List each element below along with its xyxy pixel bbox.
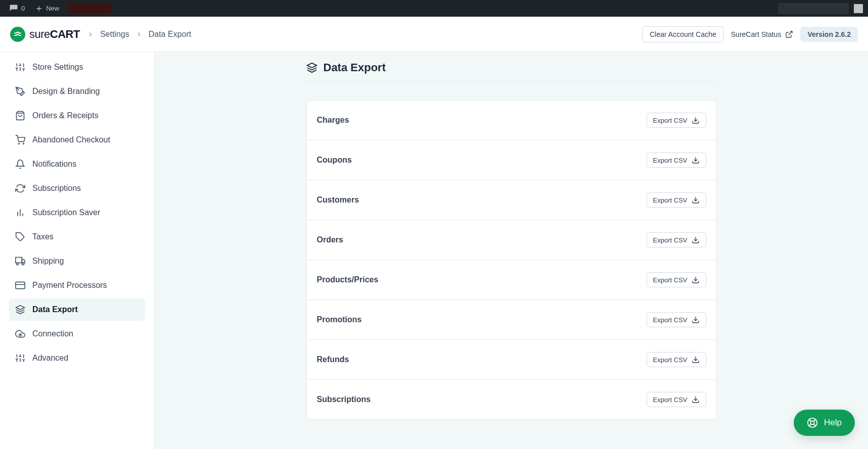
export-csv-button[interactable]: Export CSV xyxy=(647,153,706,168)
svg-point-12 xyxy=(23,143,24,144)
layers-icon xyxy=(15,305,25,315)
sidebar-item-shipping[interactable]: Shipping xyxy=(9,250,145,272)
sidebar-item-label: Subscription Saver xyxy=(32,208,100,217)
svg-line-46 xyxy=(814,420,816,422)
download-icon xyxy=(692,116,700,124)
sidebar-item-label: Payment Processors xyxy=(32,281,107,290)
export-row: SubscriptionsExport CSV xyxy=(307,380,716,419)
export-btn-label: Export CSV xyxy=(653,157,688,164)
wp-toolbar-user-redacted xyxy=(778,3,849,14)
download-icon xyxy=(692,316,700,324)
sidebar-item-label: Shipping xyxy=(32,257,64,266)
export-row: Products/PricesExport CSV xyxy=(307,260,716,300)
version-label: Version 2.6.2 xyxy=(807,30,851,38)
wp-new-link[interactable]: New xyxy=(31,0,63,17)
plus-icon xyxy=(35,5,43,13)
logo-mark-icon xyxy=(13,30,22,39)
download-icon xyxy=(692,395,700,404)
svg-point-43 xyxy=(810,421,814,424)
surecart-status-link[interactable]: SureCart Status xyxy=(731,30,794,38)
sidebar-item-taxes[interactable]: Taxes xyxy=(9,226,145,248)
svg-line-44 xyxy=(809,420,811,422)
main-content: Data Export ChargesExport CSVCouponsExpo… xyxy=(155,52,868,449)
cart-icon xyxy=(15,135,25,145)
help-label: Help xyxy=(824,418,842,428)
sidebar-item-label: Design & Branding xyxy=(32,87,100,96)
export-row-label: Products/Prices xyxy=(317,275,379,284)
export-row: PromotionsExport CSV xyxy=(307,300,716,340)
export-row: OrdersExport CSV xyxy=(307,220,716,260)
export-csv-button[interactable]: Export CSV xyxy=(647,113,706,128)
sidebar-item-label: Abandoned Checkout xyxy=(32,135,110,144)
brand-logo[interactable] xyxy=(10,27,25,42)
export-btn-label: Export CSV xyxy=(653,276,688,284)
export-csv-button[interactable]: Export CSV xyxy=(647,312,706,327)
brand-name[interactable]: sureCART xyxy=(29,28,80,41)
export-csv-button[interactable]: Export CSV xyxy=(647,192,706,208)
export-csv-button[interactable]: Export CSV xyxy=(647,352,706,367)
sidebar-item-connection[interactable]: Connection xyxy=(9,323,145,345)
clear-cache-button[interactable]: Clear Account Cache xyxy=(642,26,724,42)
breadcrumb-data-export[interactable]: Data Export xyxy=(149,30,191,39)
export-row-label: Charges xyxy=(317,116,349,125)
version-badge: Version 2.6.2 xyxy=(800,27,858,42)
wp-comments-count: 0 xyxy=(21,5,25,12)
bars-icon xyxy=(15,208,25,218)
sliders-icon xyxy=(15,62,25,72)
brand-name-bold: CART xyxy=(50,28,80,40)
sidebar-item-store-settings[interactable]: Store Settings xyxy=(9,56,145,78)
sliders-icon xyxy=(15,353,25,363)
chevron-right-icon xyxy=(135,31,143,38)
sidebar-item-subscriptions[interactable]: Subscriptions xyxy=(9,177,145,199)
download-icon xyxy=(692,156,700,164)
sidebar-item-label: Connection xyxy=(32,329,73,338)
layers-icon xyxy=(306,62,317,73)
svg-line-47 xyxy=(809,424,811,426)
clear-cache-label: Clear Account Cache xyxy=(650,30,716,38)
svg-rect-21 xyxy=(16,282,25,288)
bag-icon xyxy=(15,111,25,121)
sidebar-item-notifications[interactable]: Notifications xyxy=(9,153,145,175)
card-icon xyxy=(15,280,25,290)
export-btn-label: Export CSV xyxy=(653,356,688,364)
svg-marker-33 xyxy=(307,63,316,68)
wp-comments-link[interactable]: 0 xyxy=(5,0,29,17)
svg-rect-17 xyxy=(16,258,22,263)
export-csv-button[interactable]: Export CSV xyxy=(647,232,706,247)
sidebar-item-advanced[interactable]: Advanced xyxy=(9,347,145,369)
download-icon xyxy=(692,196,700,204)
svg-marker-18 xyxy=(22,260,25,263)
export-row-label: Promotions xyxy=(317,315,362,324)
svg-point-19 xyxy=(17,263,19,265)
download-icon xyxy=(692,276,700,284)
status-label: SureCart Status xyxy=(731,30,782,38)
export-row-label: Customers xyxy=(317,195,359,205)
sidebar-item-subscription-saver[interactable]: Subscription Saver xyxy=(9,202,145,224)
sidebar-item-label: Notifications xyxy=(32,160,76,169)
wp-avatar[interactable] xyxy=(854,4,863,13)
export-btn-label: Export CSV xyxy=(653,396,688,404)
page-title: Data Export xyxy=(324,61,386,74)
sidebar-item-abandoned-checkout[interactable]: Abandoned Checkout xyxy=(9,129,145,151)
breadcrumb-settings[interactable]: Settings xyxy=(100,30,129,39)
external-link-icon xyxy=(785,30,793,38)
export-btn-label: Export CSV xyxy=(653,316,688,324)
topbar: sureCART Settings Data Export Clear Acco… xyxy=(0,17,868,52)
cloud-icon xyxy=(15,329,25,339)
export-row-label: Refunds xyxy=(317,355,349,364)
wp-toolbar-redacted xyxy=(68,4,111,14)
export-csv-button[interactable]: Export CSV xyxy=(647,272,706,287)
help-fab[interactable]: Help xyxy=(794,410,855,436)
svg-line-0 xyxy=(789,31,792,35)
sidebar-item-payment-processors[interactable]: Payment Processors xyxy=(9,274,145,296)
export-csv-button[interactable]: Export CSV xyxy=(647,392,706,407)
export-row: ChargesExport CSV xyxy=(307,101,716,140)
sidebar-item-label: Advanced xyxy=(32,354,68,363)
sidebar-item-label: Taxes xyxy=(32,232,54,241)
comment-icon xyxy=(9,4,18,13)
wp-new-label: New xyxy=(46,5,59,12)
sidebar-item-orders-receipts[interactable]: Orders & Receipts xyxy=(9,105,145,127)
export-card: ChargesExport CSVCouponsExport CSVCustom… xyxy=(306,100,717,420)
sidebar-item-data-export[interactable]: Data Export xyxy=(9,298,145,321)
sidebar-item-design-branding[interactable]: Design & Branding xyxy=(9,80,145,103)
